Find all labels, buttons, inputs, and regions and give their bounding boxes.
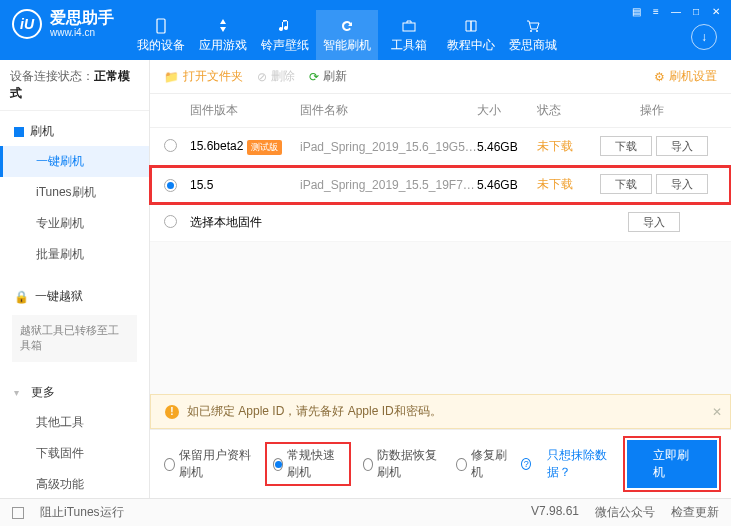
- info-icon[interactable]: ?: [521, 458, 531, 470]
- opt-label: 防数据恢复刷机: [377, 447, 442, 481]
- tb-label: 刷机设置: [669, 68, 717, 85]
- toolbar: 📁打开文件夹 ⊘删除 ⟳刷新 ⚙刷机设置: [150, 60, 731, 94]
- sidebar-item-batch[interactable]: 批量刷机: [0, 239, 149, 270]
- block-itunes-checkbox[interactable]: [12, 507, 24, 519]
- version-label: V7.98.61: [531, 504, 579, 521]
- window-controls: ▤ ≡ — □ ✕: [627, 4, 725, 18]
- side-head-label: 一键越狱: [35, 288, 83, 305]
- erase-only-link[interactable]: 只想抹除数据？: [547, 447, 613, 481]
- fw-status: 未下载: [537, 176, 587, 193]
- sidebar-item-advanced[interactable]: 高级功能: [0, 469, 149, 500]
- nav-label: 我的设备: [137, 37, 185, 54]
- table-header: 固件版本 固件名称 大小 状态 操作: [150, 94, 731, 128]
- close-button[interactable]: ✕: [707, 4, 725, 18]
- nav-ringtones[interactable]: 铃声壁纸: [254, 10, 316, 60]
- sidebar: 设备连接状态：正常模式 刷机 一键刷机 iTunes刷机 专业刷机 批量刷机 🔒…: [0, 60, 150, 498]
- row-radio[interactable]: [164, 215, 177, 228]
- nav-label: 爱思商城: [509, 37, 557, 54]
- main-panel: 📁打开文件夹 ⊘删除 ⟳刷新 ⚙刷机设置 固件版本 固件名称 大小 状态 操作 …: [150, 60, 731, 498]
- opt-label: 保留用户资料刷机: [179, 447, 253, 481]
- brand-name: 爱思助手: [50, 8, 114, 27]
- cart-icon: [524, 17, 542, 35]
- svg-point-3: [536, 30, 538, 32]
- download-button[interactable]: 下载: [600, 136, 652, 156]
- top-nav: 我的设备 应用游戏 铃声壁纸 智能刷机 工具箱 教程中心 爱思商城: [130, 10, 564, 60]
- delete-button[interactable]: ⊘删除: [257, 68, 295, 85]
- download-manager-button[interactable]: ↓: [691, 24, 717, 50]
- brand-url: www.i4.cn: [50, 27, 114, 39]
- nav-toolbox[interactable]: 工具箱: [378, 10, 440, 60]
- firmware-row[interactable]: 15.6beta2测试版 iPad_Spring_2019_15.6_19G50…: [150, 128, 731, 166]
- radio-icon: [456, 458, 466, 471]
- fw-size: 5.46GB: [477, 178, 537, 192]
- gear-icon: ⚙: [654, 70, 665, 84]
- music-icon: [276, 17, 294, 35]
- sidebar-head-jailbreak[interactable]: 🔒一键越狱: [0, 282, 149, 311]
- warning-icon: !: [165, 405, 179, 419]
- block-itunes-label: 阻止iTunes运行: [40, 504, 124, 521]
- logo-area: iU 爱思助手 www.i4.cn: [0, 0, 126, 47]
- firmware-row[interactable]: 15.5 iPad_Spring_2019_15.5_19F77_Restore…: [150, 166, 731, 204]
- opt-normal-flash[interactable]: 常规快速刷机: [267, 444, 349, 484]
- menu-icon[interactable]: ▤: [627, 4, 645, 18]
- title-bar: iU 爱思助手 www.i4.cn 我的设备 应用游戏 铃声壁纸 智能刷机 工具…: [0, 0, 731, 60]
- maximize-button[interactable]: □: [687, 4, 705, 18]
- nav-flash[interactable]: 智能刷机: [316, 10, 378, 60]
- settings-icon[interactable]: ≡: [647, 4, 665, 18]
- logo-icon: iU: [12, 9, 42, 39]
- status-bar: 阻止iTunes运行 V7.98.61 微信公众号 检查更新: [0, 498, 731, 526]
- sidebar-item-itunes[interactable]: iTunes刷机: [0, 177, 149, 208]
- sidebar-head-flash[interactable]: 刷机: [0, 117, 149, 146]
- check-update-link[interactable]: 检查更新: [671, 504, 719, 521]
- radio-icon: [164, 458, 175, 471]
- sidebar-item-download-fw[interactable]: 下载固件: [0, 438, 149, 469]
- app-icon: [214, 17, 232, 35]
- import-button[interactable]: 导入: [656, 174, 708, 194]
- delete-icon: ⊘: [257, 70, 267, 84]
- conn-label: 设备连接状态：: [10, 69, 94, 83]
- lock-icon: 🔒: [14, 290, 29, 304]
- opt-label: 常规快速刷机: [287, 447, 343, 481]
- wechat-link[interactable]: 微信公众号: [595, 504, 655, 521]
- refresh-button[interactable]: ⟳刷新: [309, 68, 347, 85]
- th-name: 固件名称: [300, 102, 477, 119]
- chevron-down-icon: ▾: [14, 387, 19, 398]
- minimize-button[interactable]: —: [667, 4, 685, 18]
- local-fw-label: 选择本地固件: [190, 214, 587, 231]
- book-icon: [462, 17, 480, 35]
- nav-label: 工具箱: [391, 37, 427, 54]
- radio-icon: [363, 458, 374, 471]
- square-icon: [14, 127, 24, 137]
- opt-anti-recovery[interactable]: 防数据恢复刷机: [363, 447, 442, 481]
- download-button[interactable]: 下载: [600, 174, 652, 194]
- fw-filename: iPad_Spring_2019_15.5_19F77_Restore.ipsw: [300, 178, 477, 192]
- opt-repair[interactable]: 修复刷机: [456, 447, 507, 481]
- row-radio[interactable]: [164, 179, 177, 192]
- fw-filename: iPad_Spring_2019_15.6_19G5037d_Restore.i…: [300, 140, 477, 154]
- import-button[interactable]: 导入: [656, 136, 708, 156]
- nav-tutorials[interactable]: 教程中心: [440, 10, 502, 60]
- sidebar-head-more[interactable]: ▾更多: [0, 378, 149, 407]
- sidebar-item-oneclick[interactable]: 一键刷机: [0, 146, 149, 177]
- local-firmware-row[interactable]: 选择本地固件 导入: [150, 204, 731, 242]
- open-folder-button[interactable]: 📁打开文件夹: [164, 68, 243, 85]
- refresh-icon: [338, 17, 356, 35]
- sidebar-item-pro[interactable]: 专业刷机: [0, 208, 149, 239]
- sidebar-item-other[interactable]: 其他工具: [0, 407, 149, 438]
- nav-label: 教程中心: [447, 37, 495, 54]
- opt-keep-data[interactable]: 保留用户资料刷机: [164, 447, 253, 481]
- nav-my-device[interactable]: 我的设备: [130, 10, 192, 60]
- svg-point-2: [530, 30, 532, 32]
- tb-label: 打开文件夹: [183, 68, 243, 85]
- import-button[interactable]: 导入: [628, 212, 680, 232]
- row-radio[interactable]: [164, 139, 177, 152]
- nav-apps[interactable]: 应用游戏: [192, 10, 254, 60]
- th-status: 状态: [537, 102, 587, 119]
- fw-version: 15.6beta2: [190, 139, 243, 153]
- jailbreak-note: 越狱工具已转移至工具箱: [12, 315, 137, 362]
- nav-store[interactable]: 爱思商城: [502, 10, 564, 60]
- refresh-icon: ⟳: [309, 70, 319, 84]
- flash-now-button[interactable]: 立即刷机: [627, 440, 717, 488]
- flash-settings-button[interactable]: ⚙刷机设置: [654, 68, 717, 85]
- close-icon[interactable]: ✕: [712, 405, 722, 419]
